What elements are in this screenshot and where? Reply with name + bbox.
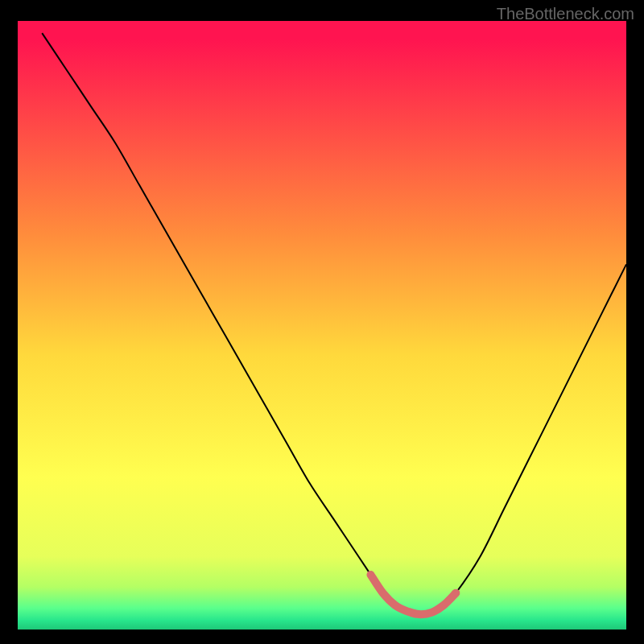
bottleneck-chart-svg xyxy=(0,0,644,644)
watermark-text: TheBottleneck.com xyxy=(497,5,634,23)
chart-container: TheBottleneck.com xyxy=(0,0,644,644)
chart-gradient-background xyxy=(18,21,626,630)
